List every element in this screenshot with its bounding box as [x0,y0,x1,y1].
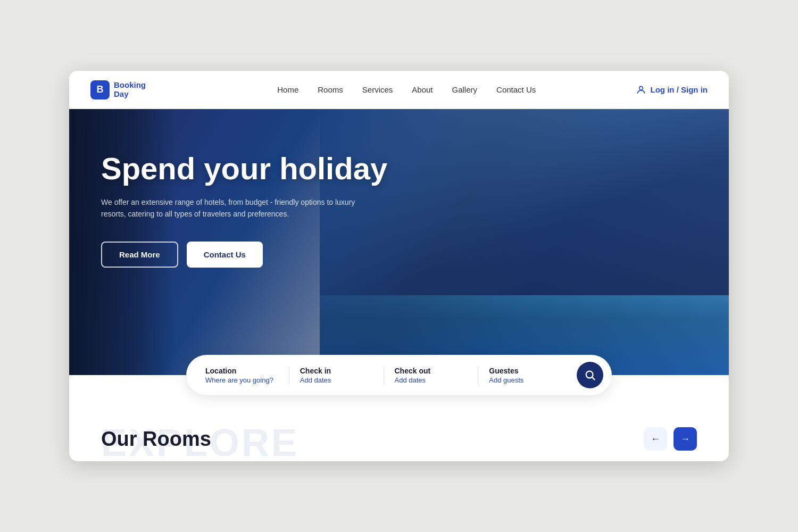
rooms-section: EXPLORE Our Rooms ← → [69,395,729,461]
nav-auth[interactable]: Log in / Sign in [636,85,708,95]
rooms-nav: ← → [644,427,697,451]
checkout-field[interactable]: Check out Add dates [384,367,479,384]
location-field[interactable]: Location Where are you going? [195,367,289,384]
rooms-next-button[interactable]: → [674,427,697,451]
guests-placeholder: Add guests [489,376,562,384]
hero-buttons: Read More Contact Us [101,242,399,268]
search-button[interactable] [577,362,603,388]
checkin-field[interactable]: Check in Add dates [289,367,384,384]
hero-subtitle: We offer an extensive range of hotels, f… [101,196,356,220]
nav-contact[interactable]: Contact Us [496,85,536,94]
guests-label: Guestes [489,367,562,375]
location-placeholder: Where are you going? [205,376,278,384]
rooms-title: Our Rooms [101,428,211,451]
logo-text: Booking Day [114,81,146,98]
rooms-prev-button[interactable]: ← [644,427,667,451]
hero-title: Spend your holiday [101,152,399,186]
nav-about[interactable]: About [412,85,433,94]
hero-section: Spend your holiday We offer an extensive… [69,109,729,375]
nav-home[interactable]: Home [277,85,298,94]
guests-field[interactable]: Guestes Add guests [478,367,572,384]
checkin-label: Check in [300,367,373,375]
search-bar: Location Where are you going? Check in A… [186,355,612,395]
read-more-button[interactable]: Read More [101,242,178,268]
rooms-header: Our Rooms ← → [101,427,697,451]
logo[interactable]: B Booking Day [90,80,146,99]
nav-gallery[interactable]: Gallery [452,85,478,94]
search-bar-wrapper: Location Where are you going? Check in A… [69,355,729,395]
svg-point-1 [586,371,593,378]
location-label: Location [205,367,278,375]
search-icon [584,369,596,381]
nav-services[interactable]: Services [362,85,393,94]
hero-content: Spend your holiday We offer an extensive… [69,109,431,268]
nav-links: Home Rooms Services About Gallery Contac… [178,85,636,95]
navbar: B Booking Day Home Rooms Services About … [69,71,729,109]
logo-icon: B [90,80,110,99]
contact-us-button[interactable]: Contact Us [187,242,263,268]
user-icon [636,85,646,95]
browser-frame: B Booking Day Home Rooms Services About … [69,71,729,461]
svg-line-2 [592,377,595,380]
svg-point-0 [639,86,643,90]
checkout-placeholder: Add dates [395,376,468,384]
checkin-placeholder: Add dates [300,376,373,384]
nav-rooms[interactable]: Rooms [318,85,343,94]
checkout-label: Check out [395,367,468,375]
